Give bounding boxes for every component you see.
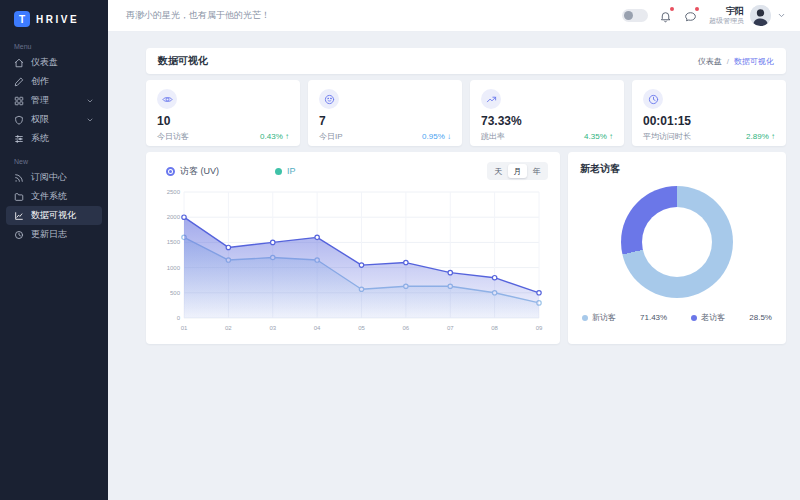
page-title: 数据可视化	[158, 54, 208, 68]
radio-selected-icon	[166, 167, 175, 176]
stat-label: 平均访问时长	[643, 131, 691, 142]
uv-ip-area-chart: 05001000150020002500010203040506070809	[157, 184, 549, 334]
stat-card-ip: 7 今日IP 0.95% ↓	[308, 80, 462, 146]
stat-card-bounce-rate: 73.33% 跳出率 4.35% ↑	[470, 80, 624, 146]
shield-icon	[14, 115, 24, 125]
sidebar-item-label: 系统	[31, 132, 102, 145]
sidebar-item-manage[interactable]: 管理	[6, 91, 102, 110]
stat-label: 今日访客	[157, 131, 189, 142]
series-toggle-uv[interactable]: 访客 (UV)	[166, 165, 219, 178]
trend-icon	[486, 94, 497, 105]
history-icon	[14, 230, 24, 240]
new-section-label: New	[14, 158, 108, 165]
top-header: 再渺小的星光，也有属于他的光芒！ 宇阳 超级管理员	[108, 0, 800, 32]
main-content: 数据可视化 仪表盘 / 数据可视化 10 今日访客 0.43% ↑ 7 今日IP…	[108, 32, 800, 500]
old-visitors-dot-icon	[691, 315, 697, 321]
sidebar-item-system[interactable]: 系统	[6, 129, 102, 148]
logo-icon: T	[14, 11, 30, 27]
period-day-button[interactable]: 天	[489, 164, 508, 178]
svg-text:2500: 2500	[167, 189, 181, 195]
svg-text:04: 04	[314, 325, 321, 331]
svg-text:02: 02	[225, 325, 232, 331]
rss-icon	[14, 173, 24, 183]
clock-icon	[648, 94, 659, 105]
stat-label: 跳出率	[481, 131, 505, 142]
notifications-button[interactable]	[659, 9, 673, 23]
svg-text:2000: 2000	[167, 214, 181, 220]
breadcrumb-separator: /	[727, 57, 729, 66]
svg-text:1500: 1500	[167, 239, 181, 245]
legend-label: 新访客	[592, 312, 616, 323]
stat-card-visitors: 10 今日访客 0.43% ↑	[146, 80, 300, 146]
svg-text:1000: 1000	[167, 265, 181, 271]
chevron-down-icon	[86, 97, 94, 105]
sidebar-item-label: 更新日志	[31, 228, 102, 241]
menu-section-label: Menu	[14, 43, 108, 50]
message-badge	[695, 7, 699, 11]
series-toggle-ip[interactable]: IP	[275, 166, 296, 176]
chevron-down-icon	[777, 11, 786, 20]
period-month-button[interactable]: 月	[508, 164, 527, 178]
bell-icon	[659, 10, 672, 23]
stat-card-avg-duration: 00:01:15 平均访问时长 2.89% ↑	[632, 80, 786, 146]
svg-text:03: 03	[269, 325, 276, 331]
new-old-visitors-card: 新老访客 新访客 71.43% 老访客 28.5%	[568, 152, 786, 344]
legend-item-new-visitors: 新访客	[582, 312, 616, 323]
ip-dot-icon	[275, 168, 282, 175]
user-name: 宇阳	[709, 6, 744, 17]
pencil-icon	[14, 77, 24, 87]
stat-value: 00:01:15	[643, 114, 775, 128]
messages-button[interactable]	[684, 9, 698, 23]
svg-text:500: 500	[170, 290, 181, 296]
eye-icon	[162, 94, 173, 105]
series-ip-label: IP	[287, 166, 296, 176]
legend-item-old-visitors: 老访客	[691, 312, 725, 323]
sidebar-item-permissions[interactable]: 权限	[6, 110, 102, 129]
grid-icon	[14, 96, 24, 106]
stat-value: 7	[319, 114, 451, 128]
svg-text:05: 05	[358, 325, 365, 331]
smiley-icon	[324, 94, 335, 105]
dark-mode-toggle[interactable]	[622, 9, 648, 22]
user-role: 超级管理员	[709, 17, 744, 26]
breadcrumb: 仪表盘 / 数据可视化	[698, 56, 774, 67]
legend-value: 28.5%	[749, 313, 772, 322]
user-menu[interactable]: 宇阳 超级管理员	[709, 5, 786, 26]
stat-delta: 0.43% ↑	[260, 132, 289, 141]
new-visitors-dot-icon	[582, 315, 588, 321]
breadcrumb-dashboard[interactable]: 仪表盘	[698, 56, 722, 67]
svg-text:0: 0	[177, 315, 181, 321]
sidebar-item-files[interactable]: 文件系统	[6, 187, 102, 206]
sidebar-item-label: 数据可视化	[31, 209, 102, 222]
avatar	[750, 5, 771, 26]
chart-icon	[14, 211, 24, 221]
folder-icon	[14, 192, 24, 202]
sidebar-item-label: 仪表盘	[31, 56, 102, 69]
page-title-bar: 数据可视化 仪表盘 / 数据可视化	[146, 48, 786, 74]
stat-delta: 4.35% ↑	[584, 132, 613, 141]
sidebar-item-dashboard[interactable]: 仪表盘	[6, 53, 102, 72]
legend-label: 老访客	[701, 312, 725, 323]
app-logo[interactable]: T HRIVE	[0, 0, 108, 33]
visitors-chart-card: 访客 (UV) IP 天 月 年 05001000150020002500010…	[146, 152, 560, 344]
donut-hole	[642, 207, 712, 277]
stat-value: 73.33%	[481, 114, 613, 128]
sidebar-item-label: 管理	[31, 94, 79, 107]
svg-text:09: 09	[536, 325, 543, 331]
donut-chart-title: 新老访客	[580, 162, 774, 176]
chat-icon	[684, 10, 697, 23]
chevron-down-icon	[86, 116, 94, 124]
sidebar-item-data-visualization[interactable]: 数据可视化	[6, 206, 102, 225]
sidebar-item-create[interactable]: 创作	[6, 72, 102, 91]
sidebar-item-subscriptions[interactable]: 订阅中心	[6, 168, 102, 187]
donut-chart	[621, 186, 733, 298]
greeting-text: 再渺小的星光，也有属于他的光芒！	[126, 9, 270, 22]
period-segmented-control: 天 月 年	[487, 162, 548, 180]
logo-text: HRIVE	[36, 14, 79, 25]
sidebar-item-changelog[interactable]: 更新日志	[6, 225, 102, 244]
period-year-button[interactable]: 年	[527, 164, 546, 178]
stat-delta: 0.95% ↓	[422, 132, 451, 141]
sidebar-item-label: 创作	[31, 75, 102, 88]
sidebar-item-label: 订阅中心	[31, 171, 102, 184]
svg-text:08: 08	[491, 325, 498, 331]
